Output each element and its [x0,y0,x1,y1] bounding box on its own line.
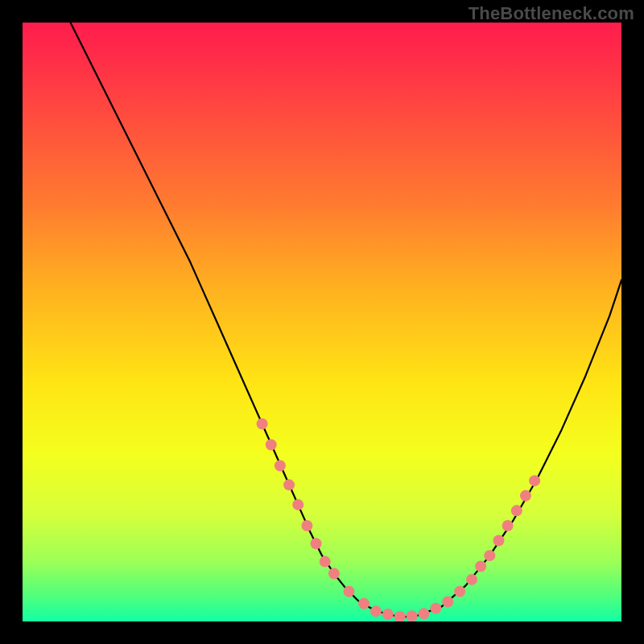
chart-container: TheBottleneck.com [0,0,644,644]
data-marker [292,499,303,510]
data-marker [454,586,465,597]
data-marker [301,520,312,531]
data-marker [493,535,504,547]
data-marker [466,574,477,585]
data-marker [502,520,514,531]
data-marker [370,605,382,617]
data-marker [430,603,441,614]
data-marker [529,475,540,486]
data-marker [328,568,340,579]
data-marker [418,608,429,619]
bottleneck-chart [23,23,621,621]
data-marker [442,596,453,607]
data-marker [283,479,295,490]
data-marker [275,460,286,472]
data-marker [520,490,531,502]
plot-area [23,23,621,621]
data-marker [475,561,486,572]
data-marker [407,610,418,621]
data-marker [257,418,268,429]
data-marker [382,609,394,620]
gradient-background [23,23,621,621]
data-marker [320,556,331,568]
data-marker [358,598,369,609]
watermark-text: TheBottleneck.com [469,3,634,24]
data-marker [343,586,354,597]
data-marker [311,538,322,549]
data-marker [266,440,277,451]
data-marker [511,505,522,516]
data-marker [484,550,495,561]
